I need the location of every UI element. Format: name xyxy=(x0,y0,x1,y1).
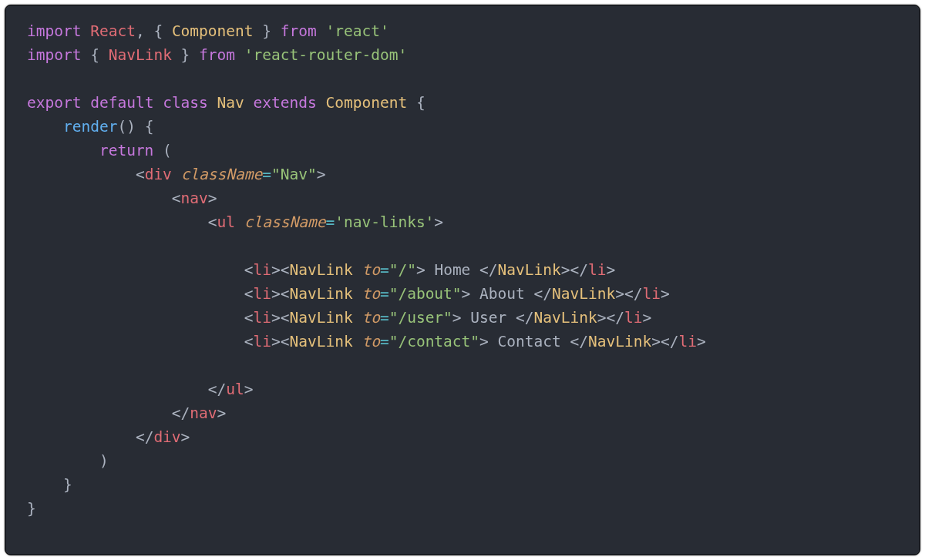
link-to: "/contact" xyxy=(389,333,479,350)
code-window: import React, { Component } from 'react'… xyxy=(5,5,920,555)
code-line-6: return ( xyxy=(27,142,172,159)
kw-default: default xyxy=(90,94,153,112)
link-text: About xyxy=(470,285,533,303)
tag-nav: nav xyxy=(181,189,208,207)
ident-navlink: NavLink xyxy=(109,46,172,64)
link-text: Contact xyxy=(489,333,570,350)
code-line-1: import React, { Component } from 'react' xyxy=(27,22,389,40)
code-line-7: <div className="Nav"> xyxy=(27,166,326,183)
link-text: User xyxy=(462,309,516,327)
str-navlinks: 'nav-links' xyxy=(335,213,434,231)
link-text: Home xyxy=(426,261,479,279)
str-react: 'react' xyxy=(326,22,389,40)
str-router: 'react-router-dom' xyxy=(244,46,407,64)
code-line-11: <li><NavLink to="/"> Home </NavLink></li… xyxy=(27,261,615,279)
code-line-17: </nav> xyxy=(27,404,226,422)
code-line-2: import { NavLink } from 'react-router-do… xyxy=(27,46,407,64)
code-line-5: render() { xyxy=(27,118,153,136)
code-line-20: } xyxy=(27,476,72,494)
ident-react: React xyxy=(90,22,136,40)
tag-div: div xyxy=(145,166,172,183)
kw-class: class xyxy=(163,94,208,112)
kw-export: export xyxy=(27,94,81,112)
tag-navlink: NavLink xyxy=(290,261,353,279)
kw-return: return xyxy=(99,142,153,159)
link-to: "/user" xyxy=(389,309,452,327)
code-line-8: <nav> xyxy=(27,189,217,207)
kw-extends: extends xyxy=(254,94,317,112)
code-line-12: <li><NavLink to="/about"> About </NavLin… xyxy=(27,285,670,303)
link-to: "/" xyxy=(389,261,416,279)
code-line-4: export default class Nav extends Compone… xyxy=(27,94,426,112)
code-line-19: ) xyxy=(27,452,109,470)
code-line-13: <li><NavLink to="/user"> User </NavLink>… xyxy=(27,309,651,327)
kw-import: import xyxy=(27,22,81,40)
attr-to: to xyxy=(362,261,379,279)
method-render: render xyxy=(63,118,117,136)
attr-classname: className xyxy=(181,166,263,183)
code-line-18: </div> xyxy=(27,428,190,446)
link-to: "/about" xyxy=(389,285,462,303)
kw-from: from xyxy=(281,22,317,40)
superclass: Component xyxy=(326,94,408,112)
code-line-16: </ul> xyxy=(27,381,254,398)
class-name: Nav xyxy=(217,94,244,112)
tag-ul: ul xyxy=(217,213,235,231)
code-line-21: } xyxy=(27,500,36,518)
ident-component: Component xyxy=(172,22,254,40)
code-line-9: <ul className='nav-links'> xyxy=(27,213,443,231)
str-nav-class: "Nav" xyxy=(271,166,317,183)
code-line-14: <li><NavLink to="/contact"> Contact </Na… xyxy=(27,333,706,350)
